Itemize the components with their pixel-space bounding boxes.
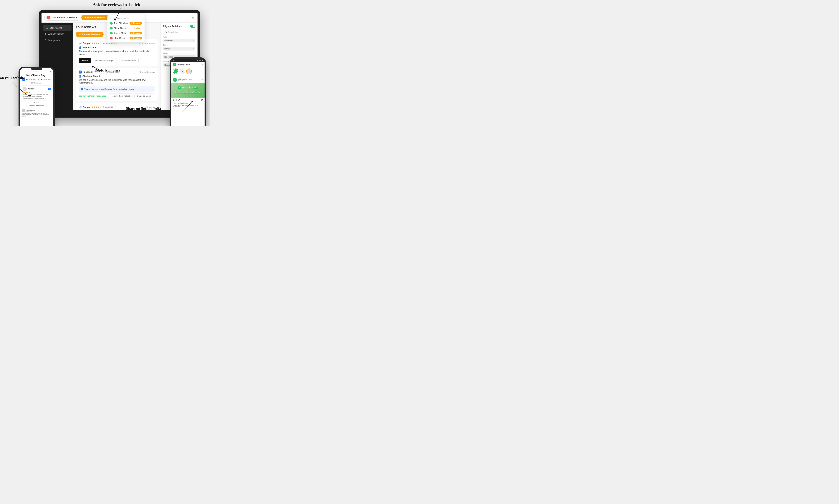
whatsapp-icon-1: ✓ [110,22,113,25]
story-ring-3 [186,69,192,74]
insta-story-2[interactable]: R Rossi [179,69,185,75]
person-icon: 👤 [79,46,82,49]
review-text-2: We had a visit yesterday and the experie… [79,78,155,85]
story-ring-1 [173,69,178,74]
insta-review-text: "Centro accogliente con personale estrem… [173,90,203,94]
phone-review-card: Angela B. 2 giorni fa f ★★★★★ Ottimo ser… [21,85,52,101]
gear-icon: ⚙ [192,16,195,19]
search-placeholder: Search text [168,31,178,33]
address-text: iltuosito.com [33,71,41,73]
status-icons: ▪▪▪ WiFi ▓ [197,60,203,61]
google-icon: G [79,42,82,45]
dropdown-item-2[interactable]: ✓ Albert Scarsi Invited... [107,26,144,31]
google-stars: ★★★★ [44,79,51,80]
google-icon-widget: G [38,78,40,81]
share-on-social-button-1[interactable]: Share on Social [119,58,139,63]
location-icon: ⊙ [139,42,141,44]
insta-business-label: Fisioterapia Rossi [181,87,193,89]
facebook-small-icon: f [48,88,51,90]
insta-post-footer: ♥ ○ ↗ ⊓ [171,97,205,102]
review-business-1: ⊙ Your Business [139,42,155,44]
insta-likes: Place a leeviahq and altri [171,102,205,104]
wifi-icon: WiFi [199,60,201,61]
comment-icon[interactable]: ○ [175,98,177,102]
annotation-ask-reviews: Ask for reviews in 1 click [93,2,140,7]
sidebar-item-your-reviews[interactable]: ★ Your reviews [43,25,71,31]
insta-caption: Fisioterapia Rossi Grazie Elisabetta per… [171,104,205,108]
sidebar-item-your-growth[interactable]: ⊙ Your growth [41,37,73,43]
widget-title: Our Clients Say... [20,74,53,77]
bookmark-icon[interactable]: ⊓ [201,99,203,102]
share-on-social-button-2[interactable]: Share on Social [134,93,154,98]
activities-toggle[interactable] [190,25,195,28]
insta-story-1[interactable]: Stories [173,69,178,75]
request-reviews-button[interactable]: ★ Request Reviews [81,15,109,20]
insta-logo-small: F [178,87,181,89]
reviewer-info: Angela B. 2 giorni fa [28,87,34,90]
review-card-1: G Google ★★★★☆ 16 March 2022 ⊙ Your Busi… [75,39,158,66]
see-all-button[interactable]: Vedi tutte le recensioni [26,104,47,107]
fb-review-name: Nova Collins [26,109,35,111]
sidebar-item-website-widgets[interactable]: ⊞ Website widgets [41,31,73,37]
close-icon: × [193,40,194,42]
contact-status-4[interactable]: ★ Request [129,37,142,39]
more-icon[interactable]: ••• [201,78,203,81]
contact-status-1[interactable]: ★ Request [129,22,142,25]
signal-icon: ▪▪▪ [197,60,198,61]
sidebar-label-your-reviews: Your reviews [50,27,62,29]
review-actions-1: Reply Remove from widget Share on Social [79,58,155,63]
phone-reviewer-row: Angela B. 2 giorni fa f [23,87,51,91]
gear-button[interactable]: ⚙ [192,16,195,19]
phone-stars: ★★★★★ [23,92,51,93]
contact-name-1: ✓ Tom Chinellato [110,22,128,25]
panel-title: All your Activities [163,25,195,28]
insta-story-3[interactable]: perciva... [186,69,192,75]
contact-status-3[interactable]: ★ Request [129,32,142,34]
remove-from-widget-button-2[interactable]: Remove from widget [108,93,133,98]
story-label-3: perciva... [187,74,191,75]
phone-status-bar: 9:41 ▪▪▪ WiFi ▓ [171,59,205,62]
dropdown-header: + Add a new contact [107,16,144,21]
reply-button-1[interactable]: Reply [79,58,91,63]
star-icon: ★ [79,33,81,36]
search-box[interactable]: 🔍 Search text [163,30,195,34]
insta-post-business-name: Fisioterapia Rossi [178,78,193,80]
insta-post-avatar: F [173,78,177,82]
filter-type-chip[interactable]: Review × [163,47,195,51]
close-icon-insta[interactable]: × [202,63,203,66]
review-actions-2: You have already responded Remove from w… [79,93,155,98]
star-icon: ★ [84,16,86,19]
star-icon: ★ [131,32,133,34]
dropdown-item-1[interactable]: ✓ Tom Chinellato ★ Request [107,21,144,26]
story-inner-1 [174,69,178,73]
refresh-icon: ↻ [50,71,51,73]
dropdown-item-4[interactable]: ✓ Elisa Rossi ★ Request [107,36,144,40]
review-text-1: The reception was great, congratulations… [79,50,155,56]
insta-actions: ♥ ○ ↗ [173,98,180,102]
business-logo-icon: F [173,63,176,66]
insta-stories-row: Stories R Rossi perciva... [171,67,205,77]
filter-reply-label: Reply [163,52,195,54]
insta-post-image: F Fisioterapia Rossi 5.0 ⊙ "Centro accog… [171,83,205,97]
phone-right: 9:41 ▪▪▪ WiFi ▓ F Fisioterapia Rossi × S [170,57,206,126]
business-selector[interactable]: R Your Business - Rome ▾ [45,15,79,21]
story-label-1: Stories [174,74,177,75]
insta-review-header-row: F Fisioterapia Rossi 5.0 ⊙ [178,87,198,89]
review-date-1: 16 March 2022 [103,42,117,44]
filter-date-chip[interactable]: Last week × [163,39,195,42]
dropdown-item-3[interactable]: ✓ James Matta ★ Request [107,31,144,36]
story-inner-3 [187,69,191,73]
remove-from-widget-button-1[interactable]: Remove from widget [93,58,117,63]
facebook-icon-reply: f [81,88,83,90]
insta-business-info: Fisioterapia Rossi [177,64,190,66]
heart-icon[interactable]: ♥ [173,98,174,102]
phone-reviewer-name: Angela B. [28,87,34,89]
contact-dropdown: + Add a new contact ✓ Tom Chinellato ★ R… [107,15,144,42]
phone-left-screen: aA iltuosito.com ↻ Our Clients Say... f … [20,68,53,126]
insta-post-header: F Fisioterapia Rossi Rome, Italy ••• [171,77,205,83]
contact-status-2: Invited... [134,27,142,29]
reviews-count: 289 Recensioni [20,82,53,84]
share-icon[interactable]: ↗ [178,98,180,102]
second-request-reviews-button[interactable]: ★ Request Reviews [75,32,104,37]
insta-post-info: Fisioterapia Rossi Rome, Italy [178,78,193,82]
